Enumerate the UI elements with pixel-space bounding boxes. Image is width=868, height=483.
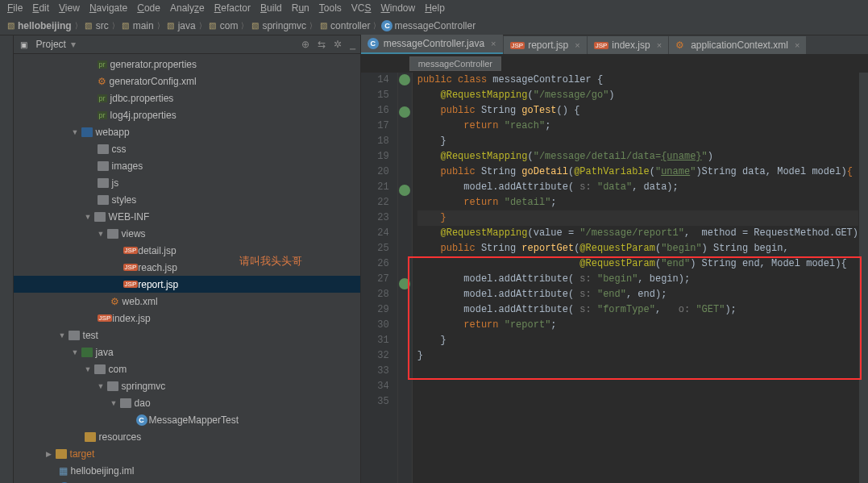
tree-item[interactable]: JSP index.jsp: [14, 310, 360, 327]
editor-tabs: C messageController.java × JSP report.js…: [361, 35, 868, 55]
tree-item[interactable]: images: [14, 157, 360, 174]
editor-area: C messageController.java × JSP report.js…: [361, 35, 868, 483]
tree-item[interactable]: styles: [14, 191, 360, 208]
class-icon: C: [136, 414, 147, 426]
tab-app-context[interactable]: ⚙ applicationContext.xml ×: [669, 36, 806, 54]
crumb-com[interactable]: ▧com⟩: [207, 20, 248, 31]
crumb-main[interactable]: ▧main⟩: [120, 20, 164, 31]
crumb-controller[interactable]: ▧controller⟩: [318, 20, 380, 31]
tab-index-jsp[interactable]: JSP index.jsp ×: [588, 36, 668, 54]
close-icon[interactable]: ×: [575, 40, 579, 50]
tab-report-jsp[interactable]: JSP report.jsp ×: [504, 36, 587, 54]
menu-build[interactable]: Build: [256, 2, 286, 14]
gutter-marker-icon[interactable]: [399, 278, 410, 289]
gutter-marker-icon[interactable]: [399, 106, 410, 118]
tree-item[interactable]: prlog4j.properties: [14, 106, 360, 123]
project-panel-title: Project: [36, 39, 66, 50]
tree-item[interactable]: java: [14, 344, 360, 360]
tree-item[interactable]: js: [14, 174, 360, 191]
gutter-marker-icon[interactable]: [399, 185, 410, 196]
mini-map[interactable]: [858, 73, 868, 483]
menu-bar: File Edit View Navigate Code Analyze Ref…: [0, 0, 868, 16]
menu-edit[interactable]: Edit: [28, 2, 53, 14]
tree-item[interactable]: springmvc: [14, 377, 360, 394]
tree-item[interactable]: com: [14, 360, 360, 377]
line-number-gutter: 1415161718192021222324252627282930313233…: [361, 73, 398, 483]
tree-item-webinf[interactable]: WEB-INF: [14, 208, 360, 225]
tree-item[interactable]: dao: [14, 394, 360, 411]
tree-item-target[interactable]: target: [14, 445, 360, 462]
menu-tools[interactable]: Tools: [315, 2, 346, 14]
menu-view[interactable]: View: [55, 2, 84, 14]
tab-message-controller[interactable]: C messageController.java ×: [361, 35, 503, 54]
menu-file[interactable]: File: [3, 2, 27, 14]
editor-breadcrumb-class[interactable]: messageController: [409, 56, 501, 71]
navigation-breadcrumb: ▧hellobeijing⟩ ▧src⟩ ▧main⟩ ▧java⟩ ▧com⟩…: [0, 16, 868, 35]
tree-item[interactable]: resources: [14, 428, 360, 445]
code-editor[interactable]: 1415161718192021222324252627282930313233…: [361, 73, 868, 483]
jsp-icon: JSP: [123, 264, 139, 271]
menu-refactor[interactable]: Refactor: [210, 2, 255, 14]
tree-item[interactable]: C MessageMapperTest: [14, 411, 360, 428]
editor-breadcrumb: messageController: [361, 55, 868, 73]
gutter-marker-icon[interactable]: [399, 74, 410, 85]
tree-item[interactable]: prjdbc.properties: [14, 90, 360, 106]
scroll-from-source-icon[interactable]: ⊕: [301, 39, 309, 50]
crumb-project[interactable]: ▧hellobeijing⟩: [5, 20, 81, 31]
class-icon: C: [368, 38, 379, 49]
crumb-class[interactable]: CmessageController: [381, 20, 476, 31]
menu-window[interactable]: Window: [376, 2, 419, 14]
menu-code[interactable]: Code: [133, 2, 164, 14]
tree-item-report-jsp[interactable]: JSP report.jsp: [14, 276, 360, 293]
close-icon[interactable]: ×: [491, 39, 496, 48]
jsp-icon: JSP: [510, 42, 525, 49]
project-view-icon[interactable]: ▣: [19, 39, 30, 50]
tree-item[interactable]: ⚙generatorConfig.xml: [14, 73, 360, 90]
crumb-src[interactable]: ▧src⟩: [83, 20, 118, 31]
crumb-springmvc[interactable]: ▧springmvc⟩: [249, 20, 316, 31]
menu-run[interactable]: Run: [288, 2, 314, 14]
xml-icon: ⚙: [675, 40, 684, 51]
tree-item[interactable]: JSP reach.jsp: [14, 259, 360, 276]
tree-item[interactable]: ⚙web.xml: [14, 293, 360, 310]
watermark-text: 请叫我头头哥: [239, 254, 302, 269]
menu-navigate[interactable]: Navigate: [85, 2, 131, 14]
hide-panel-icon[interactable]: ⎯: [350, 39, 355, 50]
code-lines[interactable]: public class messageController { @Reques…: [413, 73, 858, 483]
close-icon[interactable]: ×: [657, 40, 662, 50]
collapse-all-icon[interactable]: ⇆: [318, 39, 326, 50]
tree-item-test[interactable]: test: [14, 327, 360, 344]
project-panel: ▣ Project ▾ ⊕ ⇆ ✲ ⎯ 请叫我头头哥 prgenerator.p…: [14, 35, 361, 483]
menu-analyze[interactable]: Analyze: [166, 2, 209, 14]
menu-help[interactable]: Help: [421, 2, 449, 14]
tree-item[interactable]: JSP detail.jsp: [14, 242, 360, 259]
jsp-icon: JSP: [123, 247, 139, 254]
crumb-java[interactable]: ▧java⟩: [165, 20, 206, 31]
settings-gear-icon[interactable]: ✲: [334, 39, 342, 50]
tree-item[interactable]: css: [14, 140, 360, 157]
left-tool-gutter[interactable]: [0, 35, 14, 483]
tree-item[interactable]: prgenerator.properties: [14, 56, 360, 73]
jsp-icon: JSP: [123, 281, 139, 288]
tree-item-webapp[interactable]: webapp: [14, 123, 360, 140]
tree-item[interactable]: mpom.xml: [14, 479, 360, 483]
jsp-icon: JSP: [98, 314, 113, 322]
marker-gutter[interactable]: [398, 73, 413, 483]
jsp-icon: JSP: [594, 42, 609, 49]
menu-vcs[interactable]: VCS: [347, 2, 376, 14]
tree-item[interactable]: ▦hellobeijing.iml: [14, 462, 360, 479]
close-icon[interactable]: ×: [795, 40, 799, 50]
project-tree[interactable]: 请叫我头头哥 prgenerator.properties ⚙generator…: [14, 54, 360, 483]
tree-item-views[interactable]: views: [14, 225, 360, 242]
project-view-chevron-icon[interactable]: ▾: [71, 39, 76, 50]
